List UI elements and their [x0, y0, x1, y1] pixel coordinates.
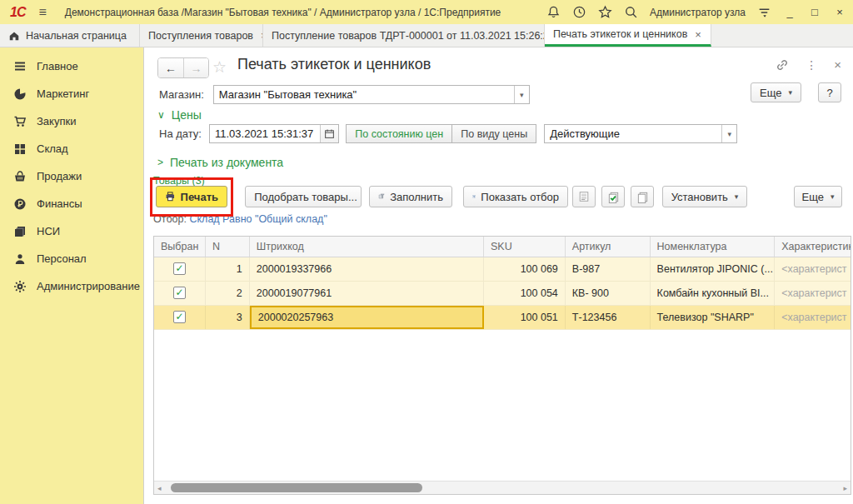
fill-button[interactable]: Заполнить — [369, 186, 452, 207]
help-button[interactable]: ? — [818, 82, 841, 102]
current-user-label[interactable]: Администратор узла — [650, 7, 746, 18]
chevron-down-icon[interactable]: ▾ — [514, 86, 529, 103]
cell-barcode-selected[interactable]: 2000020257963 — [250, 306, 484, 329]
by-price-kind-button[interactable]: По виду цены — [452, 124, 536, 143]
document-lines-icon — [578, 191, 590, 202]
cell-characteristic[interactable]: <характерист — [775, 282, 851, 305]
favorites-star-icon[interactable] — [598, 5, 612, 19]
print-from-document-section-header[interactable]: > Печать из документа — [157, 156, 283, 169]
cell-sku[interactable]: 100 054 — [484, 282, 566, 305]
cell-barcode[interactable]: 2000019337966 — [250, 257, 484, 281]
tab-close-icon[interactable]: × — [695, 28, 701, 41]
cell-n[interactable]: 2 — [206, 282, 250, 305]
column-header-sku[interactable]: SKU — [484, 237, 566, 257]
sidebar-item-purchases[interactable]: Закупки — [0, 107, 143, 135]
add-to-favorites-star-icon[interactable]: ☆ — [212, 57, 227, 77]
button-label: ? — [826, 87, 832, 99]
notifications-bell-icon[interactable] — [546, 5, 561, 19]
close-window-button[interactable]: × — [833, 6, 846, 18]
tab-print-labels[interactable]: Печать этикеток и ценников × — [545, 24, 711, 47]
table-row[interactable]: ✓ 2 2000019077961 100 054 КВ- 900 Комбай… — [154, 282, 851, 306]
table-row-current[interactable]: ✓ 3 2000020257963 100 051 Т-123456 Телев… — [154, 306, 851, 330]
toolbar-more-button[interactable]: Еще ▾ — [794, 186, 842, 207]
cell-n[interactable]: 1 — [206, 257, 250, 281]
forward-button[interactable]: → — [183, 58, 208, 77]
sidebar-item-sales[interactable]: Продажи — [0, 162, 143, 190]
history-clock-icon[interactable] — [572, 5, 586, 19]
sidebar-item-administration[interactable]: Администрирование — [0, 272, 143, 300]
sidebar-item-main[interactable]: Главное — [0, 52, 143, 80]
date-value[interactable]: 11.03.2021 15:31:37 — [210, 125, 320, 142]
sidebar-item-label: Персонал — [37, 252, 87, 265]
table-row[interactable]: ✓ 1 2000019337966 100 069 B-987 Вентилят… — [154, 257, 851, 282]
cell-article[interactable]: КВ- 900 — [566, 282, 651, 305]
sidebar-item-warehouse[interactable]: Склад — [0, 135, 143, 162]
sidebar-item-personnel[interactable]: Персонал — [0, 245, 143, 272]
minimize-button[interactable]: _ — [783, 6, 796, 18]
sidebar-item-nsi[interactable]: НСИ — [0, 217, 143, 245]
table-header: Выбран N Штрихкод SKU Артикул Номенклату… — [154, 237, 851, 257]
cell-barcode[interactable]: 2000019077961 — [250, 282, 484, 305]
button-label: Печать — [181, 191, 218, 203]
sidebar-item-marketing[interactable]: Маркетинг — [0, 80, 143, 107]
column-header-checked[interactable]: Выбран — [154, 237, 206, 257]
print-button[interactable]: Печать — [156, 186, 227, 207]
form-more-button[interactable]: Еще ▾ — [751, 82, 801, 102]
cell-nomenclature[interactable]: Комбайн кухонный BI... — [651, 282, 776, 305]
get-link-icon[interactable] — [776, 58, 789, 72]
maximize-button[interactable]: □ — [808, 6, 821, 18]
cell-sku[interactable]: 100 051 — [484, 306, 566, 329]
cell-article[interactable]: B-987 — [566, 257, 651, 281]
cell-nomenclature[interactable]: Вентилятор JIPONIC (... — [651, 257, 776, 281]
chevron-down-icon[interactable]: ▾ — [721, 125, 736, 142]
tab-goods-receipts[interactable]: Поступления товаров × — [140, 24, 263, 47]
back-button[interactable]: ← — [158, 58, 183, 77]
date-input[interactable]: 11.03.2021 15:31:37 — [209, 124, 339, 143]
prices-section-header[interactable]: ∨ Цены — [157, 108, 202, 122]
filter-info[interactable]: Отбор: Склад Равно "Общий склад" — [153, 213, 327, 225]
cell-characteristic[interactable]: <характерист — [775, 306, 851, 329]
search-icon[interactable] — [624, 5, 638, 19]
pick-goods-button[interactable]: Подобрать товары... — [245, 186, 362, 207]
row-checkbox[interactable]: ✓ — [173, 311, 186, 323]
tab-goods-receipt-document[interactable]: Поступление товаров ТДРТ-000001 от 11.03… — [263, 24, 545, 47]
service-settings-icon[interactable] — [757, 5, 771, 19]
column-header-nomenclature[interactable]: Номенклатура — [651, 237, 776, 257]
calendar-icon[interactable] — [320, 125, 338, 142]
cell-article[interactable]: Т-123456 — [566, 306, 651, 329]
store-combobox[interactable]: Магазин "Бытовая техника" ▾ — [213, 85, 530, 104]
main-menu-icon[interactable]: ≡ — [38, 5, 46, 20]
close-form-icon[interactable]: × — [834, 57, 841, 72]
button-label: Установить — [671, 191, 728, 203]
check-all-button[interactable] — [601, 186, 625, 207]
cell-sku[interactable]: 100 069 — [484, 257, 566, 281]
tab-home[interactable]: Начальная страница — [0, 24, 140, 47]
sections-sidebar: Главное Маркетинг Закупки Склад Продажи … — [0, 47, 143, 504]
scroll-right-icon[interactable]: ▸ — [843, 484, 847, 492]
uncheck-all-button[interactable] — [631, 186, 654, 207]
column-header-n[interactable]: N — [206, 237, 250, 257]
row-checkbox[interactable]: ✓ — [173, 287, 186, 299]
scroll-left-icon[interactable]: ◂ — [157, 484, 162, 492]
window-title: Демонстрационная база /Магазин "Бытовая … — [65, 7, 501, 18]
row-checkbox[interactable]: ✓ — [173, 262, 186, 275]
price-type-combobox[interactable]: Действующие ▾ — [544, 124, 737, 143]
cell-nomenclature[interactable]: Телевизор "SHARP" — [651, 306, 776, 329]
scrollbar-thumb[interactable] — [171, 483, 422, 492]
list-settings-button[interactable] — [572, 186, 596, 207]
sidebar-item-finance[interactable]: Финансы — [0, 190, 143, 217]
cell-n[interactable]: 3 — [206, 306, 250, 329]
column-header-article[interactable]: Артикул — [566, 237, 651, 257]
gear-icon — [13, 280, 27, 293]
sidebar-item-label: Склад — [37, 142, 68, 155]
horizontal-scrollbar[interactable]: ◂ ▸ — [154, 481, 851, 494]
tab-bar: Начальная страница Поступления товаров ×… — [0, 24, 853, 47]
set-button[interactable]: Установить ▾ — [662, 186, 747, 207]
by-price-state-button[interactable]: По состоянию цен — [346, 124, 452, 143]
more-actions-icon[interactable]: ⋮ — [806, 58, 817, 72]
show-filter-button[interactable]: Показать отбор — [463, 186, 568, 207]
column-header-barcode[interactable]: Штрихкод — [250, 237, 484, 257]
cell-characteristic[interactable]: <характерист — [775, 257, 851, 281]
date-label: На дату: — [159, 127, 202, 140]
column-header-characteristic[interactable]: Характеристика — [775, 237, 851, 257]
